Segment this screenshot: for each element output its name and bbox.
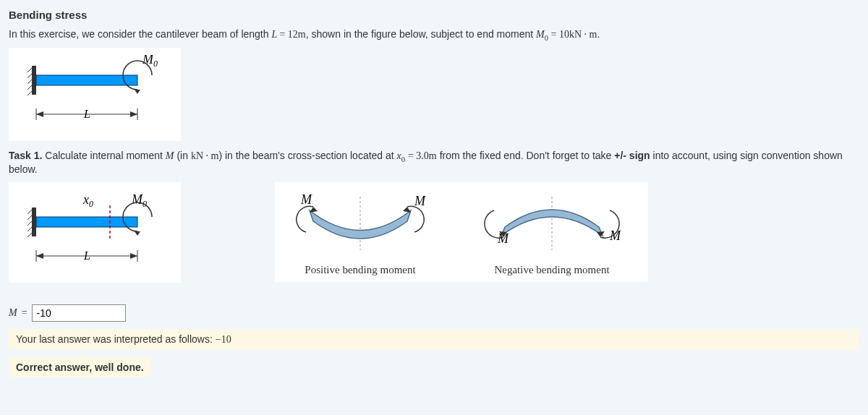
svg-line-21	[27, 227, 32, 231]
figure-row: x0 M0 L	[9, 182, 859, 291]
svg-marker-25	[135, 231, 140, 236]
svg-marker-41	[597, 231, 605, 237]
exercise-description: In this exercise, we consider the cantil…	[9, 28, 859, 42]
negative-moment: M M Negative bending moment	[469, 192, 635, 276]
task1-description: Task 1. Calculate internal moment M (in …	[9, 150, 859, 175]
figure-cantilever-main: M0 L	[9, 48, 181, 141]
answer-row: M =	[9, 304, 859, 322]
positive-moment-icon: M M	[288, 192, 433, 257]
svg-text:M: M	[609, 228, 621, 243]
negative-moment-icon: M M	[469, 192, 635, 257]
svg-line-20	[27, 221, 32, 226]
text: from the fixed end. Don't forget to take	[437, 150, 614, 161]
svg-marker-12	[36, 111, 43, 117]
positive-caption: Positive bending moment	[288, 264, 433, 276]
svg-text:M: M	[300, 192, 312, 207]
cantilever-diagram: M0 L	[16, 55, 168, 134]
M-symbol: M	[166, 150, 174, 161]
svg-line-22	[27, 233, 32, 237]
sign-convention-figure: M M Positive bending moment M M	[275, 182, 648, 282]
svg-text:M0: M0	[131, 192, 147, 209]
answer-input[interactable]	[32, 304, 126, 322]
svg-marker-36	[403, 207, 411, 213]
svg-rect-17	[32, 208, 36, 236]
text: ) in the beam's cross-section located at	[218, 150, 396, 161]
text: (in	[174, 150, 191, 161]
svg-line-5	[27, 85, 32, 90]
svg-text:L: L	[83, 249, 90, 262]
M0-expression: M0 = 10kN · m	[536, 29, 597, 40]
svg-marker-35	[310, 207, 318, 213]
figure-cantilever-section: x0 M0 L	[9, 182, 181, 283]
M-symbol: M	[9, 307, 17, 319]
text: In this exercise, we consider the cantil…	[9, 28, 271, 40]
svg-line-3	[27, 74, 32, 78]
unit: kN · m	[191, 150, 219, 161]
task-label: Task 1.	[9, 150, 42, 161]
text: , shown in the figure below, subject to …	[306, 28, 536, 40]
svg-marker-13	[130, 111, 137, 117]
sign-note: +/- sign	[614, 150, 650, 161]
interpretation-prefix: Your last answer was interpreted as foll…	[16, 333, 216, 345]
svg-marker-8	[135, 90, 140, 94]
svg-line-4	[27, 80, 32, 84]
feedback-box: Correct answer, well done.	[9, 357, 151, 377]
svg-line-18	[27, 210, 32, 214]
L-expression: L = 12m	[271, 29, 305, 40]
negative-caption: Negative bending moment	[469, 264, 635, 276]
svg-text:M: M	[414, 194, 426, 208]
svg-rect-23	[36, 217, 137, 227]
svg-text:x0: x0	[82, 192, 93, 209]
svg-text:L: L	[83, 108, 90, 120]
x0-expression: x0 = 3.0m	[397, 150, 437, 161]
interpretation-box: Your last answer was interpreted as foll…	[9, 329, 859, 350]
section-diagram: x0 M0 L	[16, 189, 168, 276]
svg-rect-1	[32, 66, 36, 95]
text: Calculate internal moment	[42, 150, 165, 161]
interpretation-value: −10	[216, 334, 231, 345]
positive-moment: M M Positive bending moment	[288, 192, 433, 276]
svg-line-19	[27, 215, 32, 220]
svg-line-2	[27, 68, 32, 72]
equals-sign: =	[22, 307, 27, 319]
section-title: Bending stress	[9, 9, 859, 21]
svg-marker-29	[36, 253, 43, 259]
svg-line-6	[27, 91, 32, 95]
svg-marker-30	[130, 253, 137, 259]
svg-rect-7	[36, 75, 137, 85]
text: .	[597, 28, 600, 40]
